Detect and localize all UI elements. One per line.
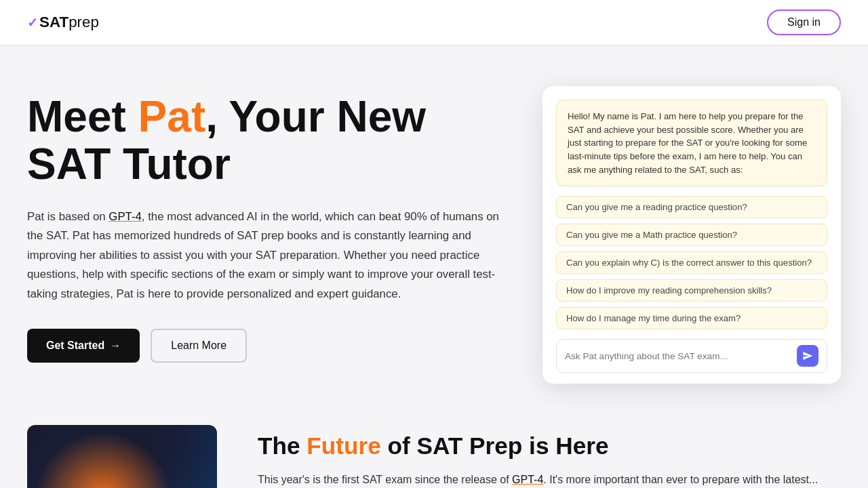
hero-left: Meet Pat, Your New SAT Tutor Pat is base… (27, 86, 502, 363)
get-started-button[interactable]: Get Started → (27, 329, 140, 363)
suggestion-3[interactable]: Can you explain why C) is the correct an… (556, 251, 827, 274)
hero-description: Pat is based on GPT-4, the most advanced… (27, 207, 502, 304)
suggestion-4[interactable]: How do I improve my reading comprehensio… (556, 279, 827, 302)
hero-section: Meet Pat, Your New SAT Tutor Pat is base… (0, 45, 868, 425)
chat-widget: Hello! My name is Pat. I am here to help… (542, 86, 841, 384)
gpt4-link[interactable]: GPT-4 (108, 210, 142, 223)
future-title: The Future of SAT Prep is Here (258, 432, 841, 460)
chat-suggestions: Can you give me a reading practice quest… (556, 196, 827, 329)
bottom-gpt4-link[interactable]: GPT-4 (512, 474, 543, 485)
hero-title: Meet Pat, Your New SAT Tutor (27, 93, 502, 188)
suggestion-5[interactable]: How do I manage my time during the exam? (556, 307, 827, 329)
navbar: ✓ SAT prep Sign in (0, 0, 868, 45)
chat-send-button[interactable] (797, 345, 818, 367)
bottom-right: The Future of SAT Prep is Here This year… (258, 425, 841, 488)
signin-button[interactable]: Sign in (767, 9, 841, 35)
chat-input-row (556, 339, 827, 373)
arrow-icon: → (110, 340, 121, 352)
logo-sat-text: SAT (39, 14, 68, 31)
bottom-section: The Future of SAT Prep is Here This year… (0, 425, 868, 488)
chat-intro-message: Hello! My name is Pat. I am here to help… (556, 100, 827, 186)
learn-more-button[interactable]: Learn More (151, 329, 247, 363)
logo-check-icon: ✓ (27, 15, 38, 30)
logo-prep-text: prep (68, 14, 99, 31)
logo[interactable]: ✓ SAT prep (27, 14, 99, 31)
bottom-image (27, 425, 217, 488)
suggestion-1[interactable]: Can you give me a reading practice quest… (556, 196, 827, 218)
hero-buttons: Get Started → Learn More (27, 329, 502, 363)
chat-input[interactable] (565, 351, 791, 361)
send-icon (802, 350, 813, 361)
suggestion-2[interactable]: Can you give me a Math practice question… (556, 224, 827, 246)
future-description: This year's is the first SAT exam since … (258, 471, 841, 488)
